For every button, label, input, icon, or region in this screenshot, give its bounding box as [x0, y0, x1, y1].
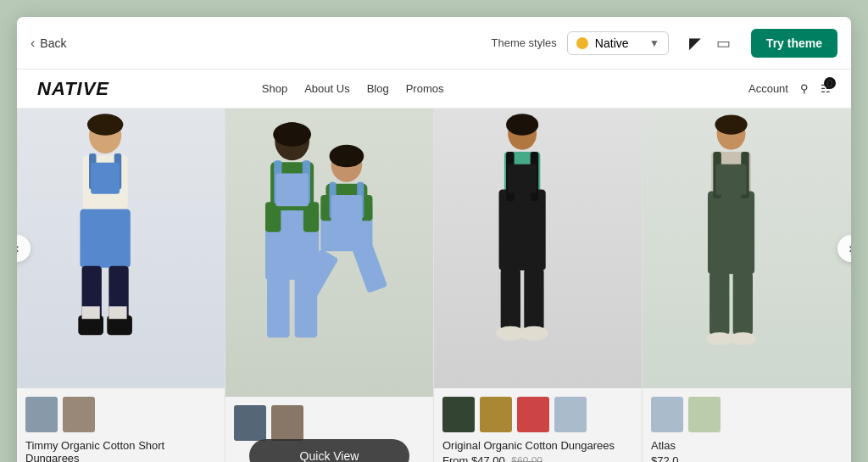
- cart-count: 0: [824, 77, 836, 89]
- try-theme-button[interactable]: Try theme: [751, 29, 837, 58]
- theme-name-label: Native: [595, 36, 629, 50]
- theme-styles-label: Theme styles: [492, 36, 557, 49]
- thumb-item[interactable]: [651, 397, 683, 432]
- svg-rect-42: [501, 269, 520, 330]
- thumb-item[interactable]: [517, 397, 549, 432]
- browser-window: ‹ Back Theme styles Native ▼ ◤ ▭ Try the…: [17, 17, 851, 462]
- top-bar: ‹ Back Theme styles Native ▼ ◤ ▭ Try the…: [17, 17, 851, 70]
- svg-point-45: [520, 326, 548, 341]
- svg-rect-54: [733, 272, 753, 335]
- product-price-3: From $47.00 $60.00: [442, 454, 633, 462]
- svg-point-55: [706, 332, 733, 345]
- nav-about[interactable]: About Us: [304, 82, 349, 95]
- product-figure-4: [643, 109, 820, 360]
- svg-rect-18: [303, 202, 319, 232]
- product-name-4: Atlas: [651, 439, 843, 452]
- product-card-3[interactable]: Original Organic Cotton Dungarees From $…: [434, 109, 643, 462]
- product-card-4[interactable]: Atlas $72.0: [643, 109, 851, 462]
- product-thumbnails-1: [17, 388, 225, 437]
- thumb-item[interactable]: [25, 397, 58, 432]
- store-logo: NATIVE: [37, 78, 109, 100]
- cart-badge[interactable]: ☷ 0: [821, 82, 831, 95]
- svg-rect-34: [352, 242, 387, 293]
- product-price-4: $72.0: [651, 454, 843, 462]
- svg-point-56: [729, 332, 756, 345]
- product-thumbnails-3: [434, 388, 642, 437]
- product-info-1: Timmy Organic Cotton Short Dungarees $48…: [17, 437, 225, 462]
- svg-rect-38: [499, 189, 546, 270]
- quick-view-overlay: Quick View: [225, 439, 433, 462]
- svg-rect-43: [524, 269, 543, 330]
- theme-dropdown[interactable]: Native ▼: [567, 31, 669, 55]
- product-image-2: [225, 109, 433, 397]
- thumb-item[interactable]: [480, 397, 512, 432]
- dropdown-arrow-icon: ▼: [649, 37, 659, 49]
- svg-rect-41: [508, 164, 537, 193]
- svg-rect-32: [331, 195, 363, 223]
- thumb-item[interactable]: [554, 397, 587, 432]
- svg-point-1: [87, 114, 123, 135]
- svg-rect-11: [82, 306, 100, 319]
- svg-point-14: [273, 122, 311, 147]
- svg-rect-22: [267, 277, 290, 337]
- theme-color-dot: [576, 37, 588, 49]
- back-label: Back: [40, 36, 66, 50]
- product-figure-3: [434, 109, 610, 360]
- svg-rect-52: [716, 164, 747, 195]
- svg-point-47: [715, 114, 747, 134]
- svg-point-36: [506, 114, 538, 135]
- back-arrow-icon: ‹: [31, 36, 35, 51]
- nav-blog[interactable]: Blog: [367, 82, 389, 95]
- product-image-1: [17, 109, 225, 388]
- product-info-4: Atlas $72.0: [643, 437, 851, 462]
- product-grid: ‹ ›: [17, 109, 851, 462]
- account-label[interactable]: Account: [748, 82, 788, 95]
- price-current-3: From $47.00: [442, 454, 505, 462]
- svg-rect-53: [709, 272, 729, 335]
- product-card-2[interactable]: Quick View: [225, 109, 434, 462]
- svg-point-25: [329, 145, 364, 168]
- product-image-3: [434, 109, 642, 388]
- svg-rect-6: [80, 209, 130, 268]
- thumb-item[interactable]: [63, 397, 95, 432]
- back-button[interactable]: ‹ Back: [31, 36, 66, 51]
- thumb-item[interactable]: [688, 397, 721, 432]
- product-figure-1: [17, 109, 193, 360]
- nav-shop[interactable]: Shop: [262, 82, 287, 95]
- desktop-icon[interactable]: ◤: [686, 31, 704, 56]
- nav-promos[interactable]: Promos: [406, 82, 444, 95]
- svg-rect-21: [275, 174, 309, 207]
- svg-rect-5: [91, 163, 120, 194]
- product-name-3: Original Organic Cotton Dungarees: [442, 439, 633, 452]
- product-info-3: Original Organic Cotton Dungarees From $…: [434, 437, 642, 462]
- search-icon[interactable]: ⚲: [800, 82, 809, 95]
- device-icons: ◤ ▭: [686, 31, 734, 56]
- svg-rect-12: [108, 306, 126, 319]
- svg-rect-17: [265, 202, 281, 232]
- product-figure-2: [225, 109, 402, 368]
- thumb-item[interactable]: [234, 405, 266, 441]
- mobile-icon[interactable]: ▭: [713, 31, 734, 56]
- svg-rect-49: [708, 192, 754, 275]
- quick-view-button[interactable]: Quick View: [249, 439, 410, 462]
- store-header-right: Account ⚲ ☷ 0: [748, 82, 831, 95]
- store-nav: Shop About Us Blog Promos: [262, 82, 444, 95]
- thumb-item[interactable]: [442, 397, 475, 432]
- product-thumbnails-4: [643, 388, 851, 437]
- thumb-item[interactable]: [271, 405, 303, 441]
- product-name-1: Timmy Organic Cotton Short Dungarees: [25, 439, 216, 462]
- store-header: NATIVE Shop About Us Blog Promos Account…: [17, 70, 851, 109]
- preview-area: NATIVE Shop About Us Blog Promos Account…: [17, 70, 851, 462]
- product-image-4: [643, 109, 851, 388]
- price-original-3: $60.00: [511, 455, 542, 462]
- product-card-1[interactable]: Timmy Organic Cotton Short Dungarees $48…: [17, 109, 225, 462]
